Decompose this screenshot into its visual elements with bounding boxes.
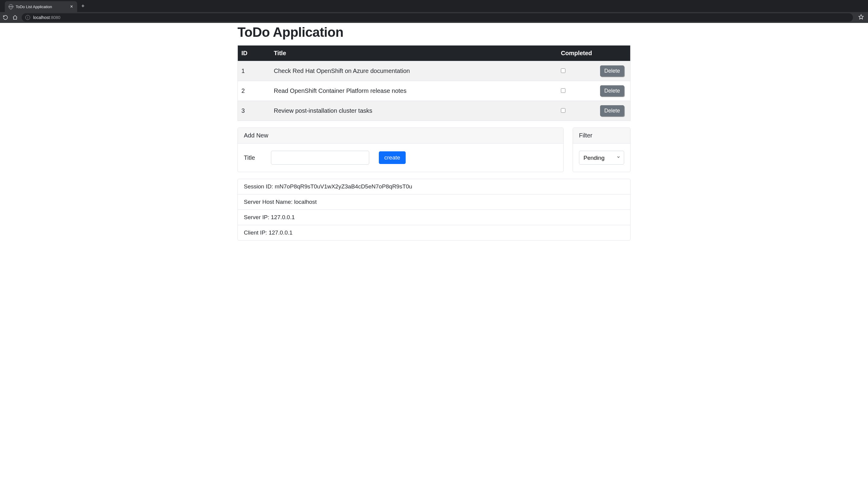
cell-id: 1: [238, 61, 271, 81]
col-header-id: ID: [238, 46, 271, 61]
cell-completed: [558, 61, 597, 81]
delete-button[interactable]: Delete: [600, 65, 624, 76]
server-host-value: localhost: [294, 199, 317, 205]
title-input[interactable]: [271, 151, 369, 165]
server-ip-label: Server IP:: [244, 214, 269, 220]
todo-table: ID Title Completed 1 Check Red Hat OpenS…: [238, 45, 630, 121]
info-session: Session ID: mN7oP8qR9sT0uV1wX2yZ3aB4cD5e…: [238, 179, 630, 194]
cell-title: Check Red Hat OpenShift on Azure documen…: [271, 61, 558, 81]
filter-header: Filter: [573, 128, 630, 143]
page-content: ToDo Application ID Title Completed 1 Ch…: [238, 23, 630, 253]
home-icon: [12, 15, 18, 20]
add-new-card: Add New Title create: [238, 127, 563, 172]
col-header-completed: Completed: [558, 46, 597, 61]
completed-checkbox[interactable]: [561, 108, 566, 113]
tab-bar: ToDo List Application × +: [0, 0, 868, 12]
cell-id: 2: [238, 81, 271, 101]
bookmark-button[interactable]: [856, 14, 866, 21]
add-new-header: Add New: [238, 128, 563, 143]
globe-icon: [8, 4, 13, 9]
url-text: localhost:8080: [33, 15, 60, 20]
star-icon: [858, 14, 864, 20]
reload-button[interactable]: [2, 15, 8, 20]
browser-tab[interactable]: ToDo List Application ×: [5, 1, 77, 12]
delete-button[interactable]: Delete: [600, 85, 624, 97]
add-new-form: Title create: [244, 151, 557, 165]
completed-checkbox[interactable]: [561, 68, 566, 73]
page-title: ToDo Application: [238, 25, 630, 40]
client-ip-value: 127.0.0.1: [268, 229, 292, 236]
browser-chrome: ToDo List Application × + i localhost:80…: [0, 0, 868, 23]
omnibox[interactable]: i localhost:8080: [22, 13, 853, 22]
server-ip-value: 127.0.0.1: [271, 214, 295, 220]
reload-icon: [3, 15, 8, 20]
cell-completed: [558, 81, 597, 101]
cell-actions: Delete: [597, 61, 630, 81]
col-header-actions: [597, 46, 630, 61]
info-list: Session ID: mN7oP8qR9sT0uV1wX2yZ3aB4cD5e…: [238, 179, 630, 241]
server-host-label: Server Host Name:: [244, 199, 293, 205]
table-row: 1 Check Red Hat OpenShift on Azure docum…: [238, 61, 630, 81]
filter-card: Filter Pending: [573, 127, 630, 172]
cell-title: Review post-installation cluster tasks: [271, 101, 558, 121]
tab-title: ToDo List Application: [16, 4, 67, 9]
address-bar: i localhost:8080: [0, 12, 868, 23]
cell-completed: [558, 101, 597, 121]
col-header-title: Title: [271, 46, 558, 61]
info-server-ip: Server IP: 127.0.0.1: [238, 209, 630, 225]
table-row: 3 Review post-installation cluster tasks…: [238, 101, 630, 121]
client-ip-label: Client IP:: [244, 229, 267, 236]
cell-title: Read OpenShift Container Platform releas…: [271, 81, 558, 101]
cell-id: 3: [238, 101, 271, 121]
close-icon[interactable]: ×: [70, 4, 73, 10]
session-label: Session ID:: [244, 183, 273, 190]
create-button[interactable]: create: [379, 151, 406, 164]
info-client-ip: Client IP: 127.0.0.1: [238, 225, 630, 240]
home-button[interactable]: [12, 15, 18, 20]
info-server-host: Server Host Name: localhost: [238, 194, 630, 209]
completed-checkbox[interactable]: [561, 88, 566, 93]
url-host: localhost: [33, 15, 50, 20]
site-info-icon[interactable]: i: [25, 15, 30, 20]
session-value: mN7oP8qR9sT0uV1wX2yZ3aB4cD5eN7oP8qR9sT0u: [275, 183, 412, 190]
title-label: Title: [244, 154, 264, 161]
cards-row: Add New Title create Filter Pending: [238, 127, 630, 172]
cell-actions: Delete: [597, 81, 630, 101]
filter-select[interactable]: Pending: [579, 151, 624, 165]
new-tab-button[interactable]: +: [77, 3, 89, 9]
svg-marker-0: [859, 15, 864, 19]
table-row: 2 Read OpenShift Container Platform rele…: [238, 81, 630, 101]
url-port: :8080: [50, 15, 60, 20]
cell-actions: Delete: [597, 101, 630, 121]
delete-button[interactable]: Delete: [600, 105, 624, 116]
